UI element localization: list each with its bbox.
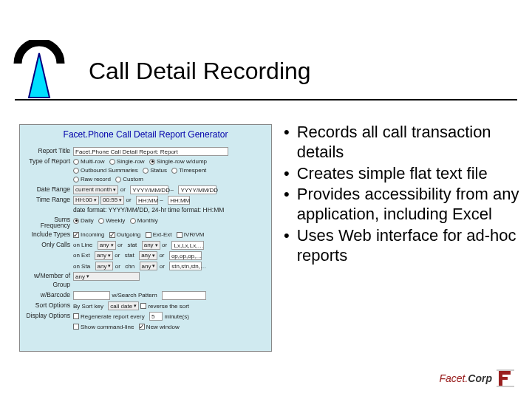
select-line-any[interactable]: any▾ xyxy=(98,241,116,250)
input-time-to[interactable]: HH:MM xyxy=(168,196,190,205)
input-report-title[interactable]: Facet.Phone Call Detail Report: Report xyxy=(73,147,228,156)
report-generator-form: Facet.Phone Call Detail Report Generator… xyxy=(19,124,272,352)
chevron-down-icon: ▾ xyxy=(152,252,155,259)
checkbox-incoming[interactable] xyxy=(73,232,79,238)
checkbox-reverse-sort[interactable] xyxy=(140,303,146,309)
chevron-down-icon: ▾ xyxy=(111,242,114,249)
input-barcode[interactable] xyxy=(73,291,110,300)
chevron-down-icon: ▾ xyxy=(113,186,116,194)
page-title: Call Detail Recording xyxy=(89,58,311,85)
label-sums-frequency: Sums Frequency xyxy=(24,216,73,229)
input-regen-minutes[interactable]: 5 xyxy=(149,312,163,321)
input-time-mid[interactable]: HH:MM xyxy=(136,196,158,205)
bullet-icon: • xyxy=(284,164,290,184)
input-date-to[interactable]: YYYY/MM/DD xyxy=(178,185,216,194)
svg-rect-2 xyxy=(499,371,511,375)
label-time-range: Time Range xyxy=(24,196,73,205)
chevron-down-icon: ▾ xyxy=(108,262,111,270)
input-date-from[interactable]: YYYY/MM/DD xyxy=(130,185,168,194)
select-date-range[interactable]: current month▾ xyxy=(73,185,118,194)
checkbox-show-cmd[interactable] xyxy=(73,324,79,330)
bullet-icon: • xyxy=(284,123,290,163)
chevron-down-icon: ▾ xyxy=(119,197,122,204)
svg-rect-3 xyxy=(499,377,508,380)
feature-bullets: •Records all call transaction details •C… xyxy=(284,123,520,267)
checkbox-outgoing[interactable] xyxy=(109,232,115,238)
label-include-types: Include Types xyxy=(24,231,73,239)
title-divider xyxy=(15,99,517,100)
chevron-down-icon: ▾ xyxy=(108,252,111,259)
svg-rect-4 xyxy=(497,369,514,371)
chevron-down-icon: ▾ xyxy=(86,273,89,280)
arc-logo xyxy=(13,40,65,99)
bullet-icon: • xyxy=(284,185,290,225)
select-line-stat[interactable]: any▾ xyxy=(142,241,160,250)
checkbox-regen[interactable] xyxy=(73,313,79,319)
select-sta-any[interactable]: any▾ xyxy=(95,262,114,270)
radio-weekly[interactable] xyxy=(98,218,104,224)
bullet-icon: • xyxy=(284,226,290,266)
radio-raw-record[interactable] xyxy=(73,177,79,183)
radio-custom[interactable] xyxy=(115,177,121,183)
checkbox-ext-ext[interactable] xyxy=(146,232,151,238)
date-format-note: date format: YYYY/MM/DD, 24-hr time form… xyxy=(73,206,267,215)
svg-marker-0 xyxy=(29,53,50,98)
list-item: •Provides accessibility from any applica… xyxy=(284,185,520,225)
input-line-list[interactable]: Lx,Lx,Lx,… xyxy=(171,241,204,250)
input-sta-list[interactable]: stn,stn,stn,… xyxy=(169,262,202,270)
radio-multi-row[interactable] xyxy=(73,159,79,165)
checkbox-ivr-vm[interactable] xyxy=(177,232,183,238)
list-item: •Creates simple flat text file xyxy=(284,164,520,184)
label-sort-options: Sort Options xyxy=(24,301,73,310)
select-sort-key[interactable]: call date▾ xyxy=(108,301,139,310)
list-item: •Records all call transaction details xyxy=(284,123,520,163)
facet-f-icon xyxy=(497,369,514,387)
radio-daily[interactable] xyxy=(73,218,79,224)
svg-rect-5 xyxy=(497,386,514,387)
radio-single-row[interactable] xyxy=(109,159,115,165)
label-display-options: Display Options xyxy=(24,312,73,321)
footer-logo: Facet.Corp xyxy=(439,369,514,387)
select-ext-any[interactable]: any▾ xyxy=(95,251,113,260)
chevron-down-icon: ▾ xyxy=(152,262,155,270)
label-barcode: w/Barcode xyxy=(24,291,73,300)
input-search-pattern[interactable] xyxy=(162,291,206,300)
radio-single-row-dump[interactable] xyxy=(149,159,155,165)
label-type-of-report: Type of Report xyxy=(24,157,73,166)
radio-timespent[interactable] xyxy=(171,168,177,174)
chevron-down-icon: ▾ xyxy=(134,302,137,310)
label-date-range: Date Range xyxy=(24,185,73,194)
chevron-down-icon: ▾ xyxy=(94,197,97,204)
type-of-report-options: Multi-row Single-row Single-row w/dump O… xyxy=(73,157,267,184)
form-title: Facet.Phone Call Detail Report Generator xyxy=(20,125,271,146)
select-time-h[interactable]: HH:00▾ xyxy=(73,196,99,205)
radio-status[interactable] xyxy=(143,168,149,174)
label-member-group: w/Member of Group xyxy=(24,272,73,290)
select-ext-stat[interactable]: any▾ xyxy=(139,251,157,260)
chevron-down-icon: ▾ xyxy=(155,242,158,249)
input-ext-list[interactable]: op,op,op,… xyxy=(169,251,202,260)
radio-outbound-summaries[interactable] xyxy=(73,168,79,174)
checkbox-new-window[interactable] xyxy=(139,324,145,330)
select-member-group[interactable]: any▾ xyxy=(73,272,140,281)
select-sta-chn[interactable]: any▾ xyxy=(140,262,158,270)
label-only-calls: Only Calls xyxy=(24,241,73,250)
select-time-m[interactable]: 00:55▾ xyxy=(100,196,124,205)
list-item: •Uses Web interface for ad-hoc reports xyxy=(284,226,520,266)
label-report-title: Report Title xyxy=(24,147,73,156)
radio-monthly[interactable] xyxy=(130,218,136,224)
